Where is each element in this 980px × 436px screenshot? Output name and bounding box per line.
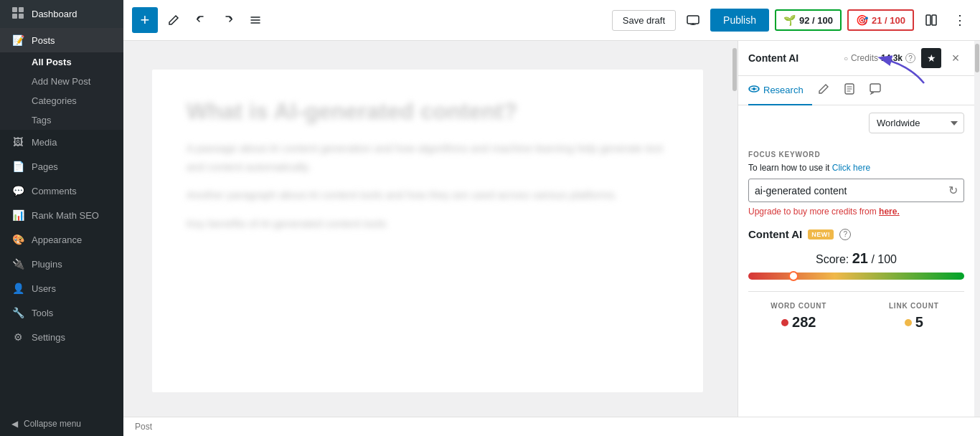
svg-rect-7 (687, 16, 699, 24)
panel-right-scrollbar[interactable] (974, 41, 980, 417)
tab-edit[interactable] (818, 76, 838, 105)
sidebar-item-label: Appearance (32, 234, 82, 245)
svg-rect-2 (12, 14, 17, 19)
collapse-menu-button[interactable]: ◀ Collapse menu (0, 412, 123, 436)
add-block-button[interactable]: + (132, 7, 158, 33)
list-view-button[interactable] (244, 9, 267, 32)
sidebar-item-settings[interactable]: ⚙ Settings (0, 325, 123, 349)
sidebar-item-plugins[interactable]: 🔌 Plugins (0, 252, 123, 276)
svg-rect-10 (926, 15, 930, 25)
body-paragraph-2: Another paragraph about AI content tools… (187, 186, 669, 204)
posts-icon: 📝 (11, 34, 24, 46)
score-value: 21 (852, 250, 868, 266)
score-total: 100 (877, 253, 897, 265)
close-panel-button[interactable]: × (947, 49, 964, 67)
plugins-icon: 🔌 (11, 258, 24, 270)
panel-tabs: Research (738, 76, 974, 105)
appearance-icon: 🎨 (11, 234, 24, 245)
worldwide-row: Worldwide United States United Kingdom A… (738, 105, 974, 141)
sidebar-item-users[interactable]: 👤 Users (0, 276, 123, 300)
media-icon: 🖼 (11, 136, 24, 148)
collapse-label: Collapse menu (24, 419, 81, 429)
svg-rect-3 (19, 14, 24, 19)
sidebar-subitem-tags[interactable]: Tags (0, 110, 123, 130)
sidebar-item-label: Pages (32, 161, 58, 172)
editor-scrollbar[interactable] (732, 41, 738, 417)
chat-tab-icon (870, 83, 881, 97)
panel-header: Content AI ○ Credits 14.3k ? ★ × (738, 41, 974, 76)
sidebar-item-media[interactable]: 🖼 Media (0, 130, 123, 154)
editor-scroll-thumb (732, 48, 737, 91)
worldwide-select[interactable]: Worldwide United States United Kingdom A… (869, 113, 964, 133)
credits-text: Credits (851, 53, 878, 63)
pen-button[interactable] (162, 9, 185, 32)
sidebar-item-label: Settings (32, 332, 65, 343)
publish-button[interactable]: Publish (710, 9, 769, 32)
word-count-value: 282 (748, 314, 849, 331)
metrics-row: WORD COUNT 282 LINK COUNT 5 (748, 291, 964, 331)
sidebar-item-appearance[interactable]: 🎨 Appearance (0, 227, 123, 252)
sidebar-item-label: Users (32, 283, 56, 294)
settings-icon: ⚙ (11, 331, 24, 343)
score-bar-thumb (788, 271, 798, 281)
star-button[interactable]: ★ (921, 48, 941, 68)
sidebar-item-comments[interactable]: 💬 Comments (0, 179, 123, 203)
sidebar-subitem-add-new[interactable]: Add New Post (0, 72, 123, 91)
main-area: + (123, 0, 980, 436)
credits-help-icon[interactable]: ? (905, 53, 915, 63)
tab-chat[interactable] (870, 76, 890, 105)
refresh-icon[interactable]: ↻ (948, 184, 958, 197)
circle-icon: ○ (844, 54, 848, 62)
sidebar-item-pages[interactable]: 📄 Pages (0, 154, 123, 179)
layout-button[interactable] (920, 9, 943, 32)
sidebar-item-dashboard[interactable]: Dashboard (0, 0, 123, 28)
seo-score-value: 92 / 100 (799, 15, 833, 26)
sidebar-item-posts[interactable]: 📝 Posts (0, 28, 123, 52)
sprout-icon: 🌱 (783, 14, 796, 26)
preview-button[interactable] (682, 9, 705, 32)
new-badge: NEW! (808, 229, 834, 240)
right-panel: Content AI ○ Credits 14.3k ? ★ × (738, 41, 974, 417)
sidebar-sub-posts: All Posts Add New Post Categories Tags (0, 52, 123, 130)
save-draft-button[interactable]: Save draft (612, 10, 676, 31)
tab-notes[interactable] (844, 76, 864, 105)
score-label: Score: (816, 253, 849, 265)
content-ai-header: Content AI NEW! ? (748, 228, 964, 240)
tab-research[interactable]: Research (748, 76, 812, 105)
sidebar-item-rankmath[interactable]: 📊 Rank Math SEO (0, 203, 123, 227)
svg-rect-11 (932, 15, 936, 25)
sidebar-subitem-all-posts[interactable]: All Posts (0, 52, 123, 72)
keyword-input[interactable] (755, 185, 948, 196)
score-text: Score: 21 / 100 (748, 250, 964, 267)
help-button[interactable]: ? (839, 229, 851, 240)
link-count-dot (905, 319, 912, 326)
editor-main[interactable]: What is AI-generated content? A passage … (123, 41, 732, 417)
toolbar: + (123, 0, 980, 41)
focus-keyword-label: FOCUS KEYWORD (748, 151, 964, 158)
sidebar-item-label: Media (32, 137, 57, 148)
upgrade-link[interactable]: here. (879, 207, 900, 217)
link-count-value: 5 (864, 314, 965, 331)
dashboard-icon (11, 6, 24, 22)
sidebar-item-label: Tools (32, 308, 53, 318)
sidebar-item-tools[interactable]: 🔧 Tools (0, 300, 123, 325)
toolbar-left: + (132, 7, 608, 33)
editor-footer: Post (123, 417, 980, 436)
score-separator: / (871, 253, 877, 265)
svg-rect-19 (870, 84, 880, 92)
edit-tab-icon (818, 83, 829, 97)
undo-button[interactable] (189, 9, 212, 32)
collapse-icon: ◀ (11, 419, 18, 429)
upgrade-hint: Upgrade to buy more credits from here. (748, 207, 964, 217)
notes-tab-icon (844, 83, 855, 97)
keyword-input-row: ↻ (748, 179, 964, 202)
seo-score-badge[interactable]: 🌱 92 / 100 (775, 9, 842, 31)
more-options-button[interactable]: ⋮ (948, 9, 971, 32)
redo-button[interactable] (217, 9, 240, 32)
word-count-dot (781, 319, 788, 326)
post-title[interactable]: What is AI-generated content? (187, 98, 669, 125)
sidebar-subitem-categories[interactable]: Categories (0, 91, 123, 110)
click-here-link[interactable]: Click here (832, 163, 870, 173)
score-bar (748, 272, 964, 280)
content-ai-score-badge[interactable]: 🎯 21 / 100 (847, 9, 914, 31)
